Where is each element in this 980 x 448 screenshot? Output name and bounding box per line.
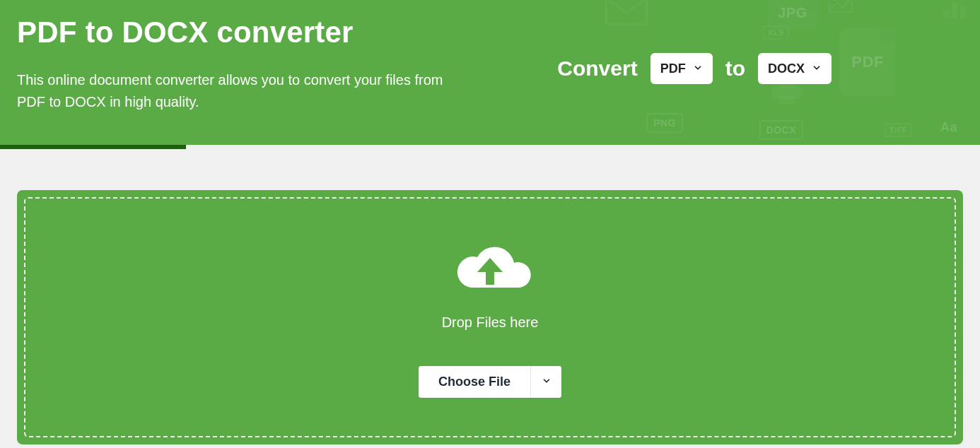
convert-to-label: to bbox=[725, 57, 745, 81]
svg-rect-4 bbox=[829, 0, 852, 12]
progress-fill bbox=[0, 145, 186, 149]
convert-verb: Convert bbox=[557, 57, 637, 81]
convert-from-select[interactable]: PDF bbox=[651, 53, 713, 84]
svg-rect-3 bbox=[779, 96, 795, 105]
svg-point-5 bbox=[834, 0, 838, 1]
svg-rect-1 bbox=[772, 86, 802, 99]
chevron-down-icon bbox=[812, 61, 822, 76]
convert-bar: Convert PDF to DOCX bbox=[557, 53, 832, 84]
png-file-icon: PNG bbox=[646, 113, 683, 133]
choose-file-more-button[interactable] bbox=[530, 366, 561, 398]
choose-file-button[interactable]: Choose File bbox=[419, 366, 530, 398]
font-icon: Aa bbox=[940, 120, 957, 135]
choose-file-group: Choose File bbox=[419, 366, 561, 398]
upload-stage: Drop Files here Choose File bbox=[17, 190, 963, 444]
chevron-down-icon bbox=[542, 375, 552, 389]
page-subtitle: This online document converter allows yo… bbox=[17, 69, 469, 113]
dropzone-label: Drop Files here bbox=[442, 314, 539, 331]
image-icon bbox=[829, 0, 853, 16]
cloud-upload-icon bbox=[448, 237, 532, 300]
convert-to-select[interactable]: DOCX bbox=[758, 53, 832, 84]
docx-file-icon: DOCX bbox=[759, 120, 803, 140]
tiff-file-icon: TIFF bbox=[885, 123, 912, 137]
hero-banner: PDF to DOCX converter This online docume… bbox=[0, 0, 980, 145]
progress-track bbox=[0, 145, 980, 149]
page-title: PDF to DOCX converter bbox=[17, 16, 963, 49]
convert-from-value: PDF bbox=[660, 61, 686, 76]
convert-to-value: DOCX bbox=[768, 61, 805, 76]
chevron-down-icon bbox=[693, 61, 703, 76]
file-dropzone[interactable]: Drop Files here Choose File bbox=[24, 197, 956, 437]
